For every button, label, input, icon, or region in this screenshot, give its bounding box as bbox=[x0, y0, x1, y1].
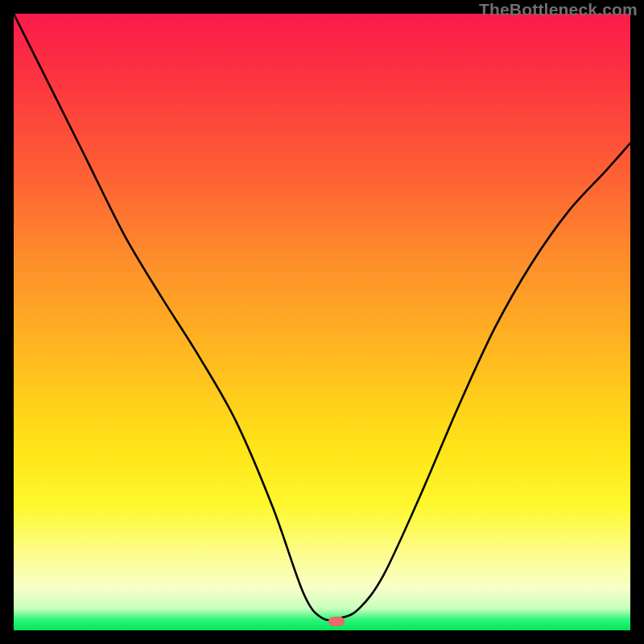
chart-stage: TheBottleneck.com bbox=[0, 0, 644, 644]
watermark-text: TheBottleneck.com bbox=[479, 0, 638, 19]
bottleneck-curve-path bbox=[14, 14, 630, 620]
optimal-point-marker bbox=[328, 617, 345, 626]
plot-area bbox=[14, 14, 630, 630]
bottleneck-curve bbox=[14, 14, 630, 630]
